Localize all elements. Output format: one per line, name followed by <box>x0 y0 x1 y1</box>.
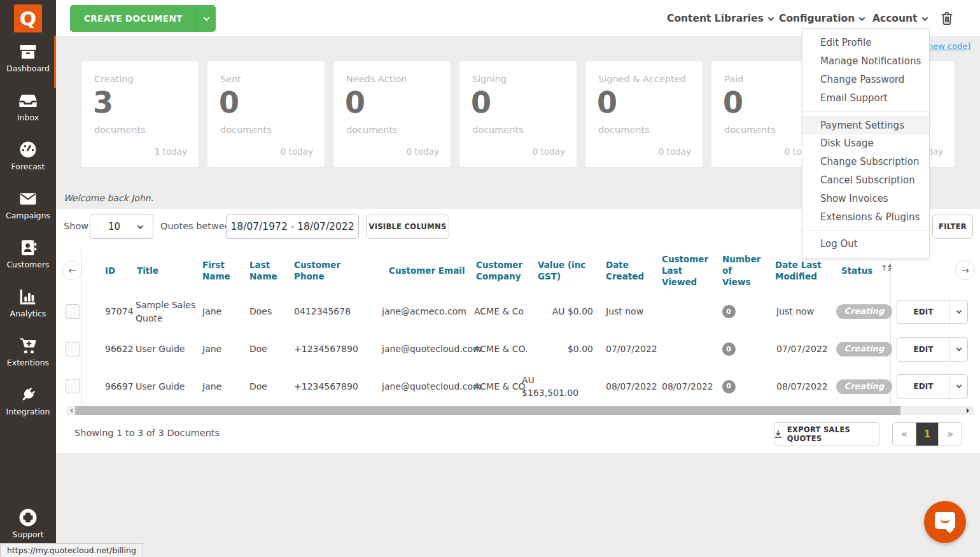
scrollbar-right-arrow[interactable] <box>964 406 972 415</box>
cell-last-name: Doe <box>249 368 267 405</box>
cell-views: 0 <box>716 368 741 405</box>
nav-account[interactable]: Account <box>872 11 927 25</box>
table-horizontal-scrollbar[interactable] <box>66 406 974 415</box>
stat-card-creating[interactable]: Creating 3 documents 1 today <box>81 61 199 167</box>
column-header-customer-email[interactable]: Customer Email <box>389 248 465 293</box>
date-range-input[interactable]: 18/07/1972 - 18/07/2022 <box>226 214 359 239</box>
cell-value: AU $0.00 <box>522 293 593 330</box>
cell-views: 0 <box>716 330 741 368</box>
sort-alpha-icon[interactable]: ↑ AZ <box>881 264 891 272</box>
pagination: « 1 » <box>892 422 962 446</box>
cell-id: 96622 <box>105 330 134 368</box>
sidebar-item-integration[interactable]: Integration <box>0 385 56 426</box>
edit-button[interactable]: EDIT <box>897 374 968 398</box>
menu-item-extensions-plugins[interactable]: Extensions & Plugins <box>802 208 929 227</box>
cell-title: User Guide <box>136 330 196 368</box>
account-dropdown-menu: Edit Profile Manage Notifications Change… <box>802 28 930 259</box>
archive-icon <box>18 42 38 61</box>
column-header-date-created[interactable]: Date Created <box>606 248 645 293</box>
menu-item-log-out[interactable]: Log Out <box>802 235 929 253</box>
menu-item-manage-notifications[interactable]: Manage Notifications <box>802 52 929 71</box>
nav-configuration-label: Configuration <box>779 13 855 24</box>
stat-card-signed-accepted[interactable]: Signed & Accepted 0 documents 0 today <box>585 61 703 167</box>
cell-phone: 0412345678 <box>294 293 351 330</box>
stat-card-needs-action[interactable]: Needs Action 0 documents 0 today <box>333 61 451 167</box>
create-document-button[interactable]: CREATE DOCUMENT <box>70 5 216 32</box>
download-icon <box>774 430 782 439</box>
nav-content-libraries[interactable]: Content Libraries <box>667 11 773 25</box>
stat-card-count: 0 <box>597 85 617 120</box>
sidebar-item-customers[interactable]: Customers <box>0 238 56 279</box>
export-sales-quotes-button[interactable]: EXPORT SALES QUOTES <box>774 422 879 446</box>
stat-card-unit: documents <box>598 125 650 135</box>
sidebar-item-dashboard[interactable]: Dashboard <box>0 42 56 83</box>
pagination-next-button[interactable]: » <box>939 423 962 446</box>
menu-item-cancel-subscription[interactable]: Cancel Subscription <box>802 171 929 190</box>
column-header-customer-last-viewed[interactable]: Customer Last Viewed <box>662 248 710 293</box>
table-scroll-right-button[interactable]: → <box>955 260 975 280</box>
cell-first-name: Jane <box>202 368 221 405</box>
scrollbar-left-arrow[interactable] <box>66 406 74 415</box>
column-header-last-name[interactable]: Last Name <box>249 248 280 293</box>
inbox-icon <box>18 91 38 110</box>
column-header-title[interactable]: Title <box>137 248 158 293</box>
menu-item-edit-profile[interactable]: Edit Profile <box>802 34 929 52</box>
edit-dropdown-toggle[interactable] <box>949 338 967 361</box>
chevron-down-icon <box>921 15 928 21</box>
menu-item-change-password[interactable]: Change Password <box>802 71 929 89</box>
results-summary: Showing 1 to 3 of 3 Documents <box>74 428 220 438</box>
column-header-value[interactable]: Value (inc GST) <box>538 248 594 293</box>
pagination-current-page[interactable]: 1 <box>916 423 939 446</box>
column-header-first-name[interactable]: First Name <box>202 248 235 293</box>
sidebar-item-label: Support <box>0 530 56 539</box>
sidebar-item-analytics[interactable]: Analytics <box>0 287 56 328</box>
chevron-down-icon <box>956 308 961 313</box>
trash-button[interactable] <box>940 11 954 26</box>
cell-date-created: 08/07/2022 <box>606 368 657 405</box>
row-checkbox[interactable] <box>66 342 80 356</box>
menu-item-disk-usage[interactable]: Disk Usage <box>802 134 929 153</box>
menu-item-change-subscription[interactable]: Change Subscription <box>802 153 929 171</box>
edit-button-label: EDIT <box>897 375 949 398</box>
new-code-link[interactable]: new code] <box>928 41 970 51</box>
chevron-down-icon <box>767 15 774 21</box>
edit-button[interactable]: EDIT <box>897 300 968 324</box>
create-document-dropdown-toggle[interactable] <box>197 5 216 32</box>
chevron-down-icon <box>956 383 961 388</box>
sidebar-item-campaigns[interactable]: Campaigns <box>0 189 56 230</box>
sidebar-item-inbox[interactable]: Inbox <box>0 91 56 132</box>
cell-value: $0.00 <box>522 330 593 368</box>
table-row: 96697 User Guide Jane Doe +1234567890 ja… <box>56 368 980 405</box>
sidebar-item-label: Campaigns <box>0 211 56 220</box>
page-size-select[interactable]: 10 <box>90 215 153 239</box>
table-scroll-left-button[interactable]: ← <box>62 260 82 280</box>
row-checkbox[interactable] <box>66 379 80 393</box>
create-document-label[interactable]: CREATE DOCUMENT <box>70 5 197 32</box>
row-checkbox[interactable] <box>66 304 80 319</box>
support-chat-button[interactable] <box>924 501 966 543</box>
status-badge: Creating <box>836 379 893 394</box>
edit-button[interactable]: EDIT <box>897 337 968 362</box>
nav-configuration[interactable]: Configuration <box>779 11 864 25</box>
menu-item-payment-settings[interactable]: Payment Settings <box>802 116 929 134</box>
cell-last-name: Doe <box>249 330 267 368</box>
cell-views: 0 <box>716 293 741 330</box>
column-header-number-of-views[interactable]: Number of Views <box>722 248 762 293</box>
menu-item-show-invoices[interactable]: Show Invoices <box>802 190 929 208</box>
menu-item-email-support[interactable]: Email Support <box>802 89 929 108</box>
stat-card-sent[interactable]: Sent 0 documents 0 today <box>207 61 325 167</box>
stat-card-signing[interactable]: Signing 0 documents 0 today <box>459 61 577 167</box>
column-header-customer-phone[interactable]: Customer Phone <box>294 248 345 293</box>
edit-dropdown-toggle[interactable] <box>949 375 967 398</box>
filter-button[interactable]: FILTER <box>932 215 973 239</box>
sidebar-item-extentions[interactable]: Extentions <box>0 336 56 377</box>
app-logo[interactable]: Q <box>14 4 42 32</box>
visible-columns-button[interactable]: VISIBLE COLUMNS <box>366 215 449 239</box>
column-header-customer-company[interactable]: Customer Company <box>476 248 528 293</box>
stat-card-unit: documents <box>346 125 398 135</box>
edit-dropdown-toggle[interactable] <box>949 300 967 323</box>
sidebar-item-forecast[interactable]: Forecast <box>0 140 56 181</box>
pagination-prev-button[interactable]: « <box>893 423 916 446</box>
column-header-id[interactable]: ID <box>105 248 115 293</box>
scrollbar-thumb[interactable] <box>75 406 900 415</box>
